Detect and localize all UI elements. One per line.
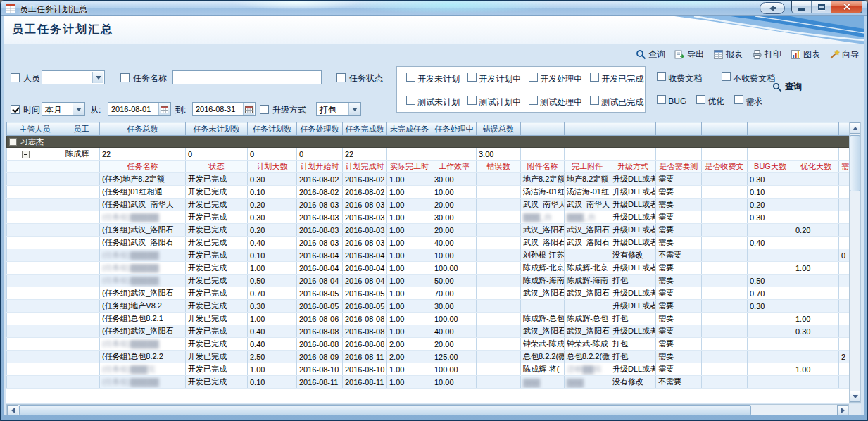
close-button[interactable] xyxy=(831,1,862,13)
cell: 20.00 xyxy=(432,199,477,211)
requirement-checkbox[interactable] xyxy=(734,95,743,104)
toolbar-export-button[interactable]: 导出 xyxy=(674,49,704,61)
cell: 开发已完成 xyxy=(186,287,248,300)
cell xyxy=(702,287,748,300)
cell: 升级DLL或者 xyxy=(610,237,656,249)
cell xyxy=(702,249,748,262)
censored-text: ▓▓▓ xyxy=(523,378,540,387)
toolbar-report-button[interactable]: 报表 xyxy=(713,49,743,61)
toolbar-chart-button[interactable]: 图表 xyxy=(791,49,820,61)
cell: 0.10 xyxy=(248,376,297,389)
date-to-field[interactable]: 2016-08-31 xyxy=(192,102,256,116)
bug-checkbox[interactable] xyxy=(657,95,666,104)
detail-row[interactable]: (任务组)▓▓▓▓▓开发已完成1.002016-08-042016-08-041… xyxy=(7,262,850,275)
close-icon xyxy=(843,3,850,11)
toolbar-wizard-button[interactable]: 向导 xyxy=(829,49,859,61)
minimize-button[interactable] xyxy=(792,1,812,13)
upgrade-dropdown-arrow-icon[interactable] xyxy=(348,103,360,115)
cell: (任务组)总包8.2.1 xyxy=(100,313,186,325)
upgrade-checkbox[interactable] xyxy=(260,105,269,114)
cell: 任务计划数 xyxy=(248,122,297,136)
cb-test-done[interactable] xyxy=(590,96,599,105)
cell: 升级DLL或者 xyxy=(610,199,656,211)
detail-row[interactable]: (任务)地产8.2定额开发已完成0.302016-08-022016-08-02… xyxy=(7,173,850,186)
group-row[interactable]: 习志杰 xyxy=(7,136,850,148)
cell xyxy=(839,122,850,136)
optimize-checkbox[interactable] xyxy=(696,95,705,104)
toolbar-query-button[interactable]: 查询 xyxy=(636,49,665,61)
vertical-scrollbar[interactable] xyxy=(849,122,861,403)
detail-row[interactable]: (任务组)总包8.2.1开发已完成1.002016-08-062016-08-0… xyxy=(7,313,850,325)
scroll-down-button[interactable] xyxy=(850,391,860,402)
collapse-button[interactable] xyxy=(9,138,17,146)
task-name-input[interactable] xyxy=(173,71,321,84)
cell: 100.00 xyxy=(432,262,477,275)
cell: 0.30 xyxy=(793,325,839,338)
detail-row[interactable]: (任务组)▓▓▓▓▓开发已完成0.102016-08-042016-08-041… xyxy=(7,249,850,262)
filter-query-button[interactable]: 查询 xyxy=(772,81,802,93)
arrow-down-icon xyxy=(853,395,858,398)
maximize-button[interactable] xyxy=(812,1,831,13)
detail-row[interactable]: (任务组)▓▓▓▓▓开发已完成0.302016-08-032016-08-031… xyxy=(7,211,850,224)
cell xyxy=(7,300,63,313)
detail-row[interactable]: (任务组)01红相通开发已完成0.102016-08-022016-08-021… xyxy=(7,186,850,199)
person-dropdown[interactable] xyxy=(42,70,105,84)
detail-row[interactable]: (任务组)▓▓▓▓▓开发已完成0.502016-08-042016-08-041… xyxy=(7,275,850,287)
detail-row[interactable]: (任务组)▓▓▓▓▓开发已完成0.102016-08-112016-08-111… xyxy=(7,376,850,389)
detail-row[interactable]: (任务组)地产V8.2开发已完成0.302016-08-052016-08-05… xyxy=(7,300,850,313)
cell: 任务名称 xyxy=(100,161,186,173)
cell: 2016-08-08 xyxy=(297,325,343,338)
time-checkbox[interactable] xyxy=(11,105,20,114)
task-status-checkbox[interactable] xyxy=(336,73,346,82)
detail-row[interactable]: (任务组)总包8.2.2开发已完成2.502016-08-092016-08-1… xyxy=(7,351,850,363)
toolbar-print-button[interactable]: 打印 xyxy=(752,49,781,61)
cell: 武汉_洛阳石 xyxy=(565,224,610,237)
cb-dev-processing[interactable] xyxy=(529,73,538,82)
cb-dev-done[interactable] xyxy=(590,73,599,82)
detail-row[interactable]: (任务组)武汉_洛阳石开发已完成0.402016-08-032016-08-03… xyxy=(7,237,850,249)
cell: 计划开始时 xyxy=(297,161,343,173)
no-fee-doc-checkbox[interactable] xyxy=(722,72,731,81)
task-name-checkbox[interactable] xyxy=(120,73,130,82)
cell: 升级DLL或者 xyxy=(610,224,656,237)
nav-back-button[interactable] xyxy=(760,2,785,14)
cb-dev-planning[interactable] xyxy=(467,73,477,82)
cell xyxy=(63,363,100,376)
fee-doc-checkbox[interactable] xyxy=(657,72,666,81)
cell: 0.40 xyxy=(248,237,297,249)
cell: 0.50 xyxy=(748,275,793,287)
vertical-scroll-thumb[interactable] xyxy=(850,135,860,191)
detail-row[interactable]: (任务组)武汉_洛阳石开发已完成0.202016-08-032016-08-03… xyxy=(7,224,850,237)
detail-row[interactable]: (任务组)武汉_洛阳石开发已完成0.402016-08-082016-08-08… xyxy=(7,325,850,338)
cell xyxy=(63,199,100,211)
date-to-calendar-button[interactable] xyxy=(243,103,254,115)
calendar-icon xyxy=(245,106,253,113)
horizontal-scroll-thumb[interactable] xyxy=(19,405,751,415)
cell xyxy=(477,237,521,249)
scroll-up-button[interactable] xyxy=(850,122,860,134)
upgrade-dropdown[interactable]: 打包 xyxy=(316,102,361,116)
scroll-right-button[interactable] xyxy=(837,405,848,415)
cb-test-processing[interactable] xyxy=(529,96,538,105)
horizontal-scrollbar[interactable] xyxy=(6,404,849,415)
master-row[interactable]: 陈成辉22000223.00 xyxy=(7,148,850,161)
detail-row[interactable]: (任务组)武汉_洛阳石开发已完成0.702016-08-052016-08-05… xyxy=(7,287,850,300)
time-preset-dropdown[interactable]: 本月 xyxy=(42,102,85,116)
detail-header-row[interactable]: 任务名称状态计划天数计划开始时计划完成时实际完工时工作效率错误数附件名称完工附件… xyxy=(7,161,850,173)
cell: 汤洁海-01红 xyxy=(521,186,565,199)
person-dropdown-arrow-icon[interactable] xyxy=(92,72,103,83)
date-from-calendar-button[interactable] xyxy=(158,103,170,115)
detail-row[interactable]: (任务组)▓▓▓▓▓开发已完成0.402016-08-082016-08-082… xyxy=(7,338,850,351)
detail-row[interactable]: (任务组)武汉_南华大开发已完成0.202016-08-032016-08-03… xyxy=(7,199,850,211)
collapse-button[interactable] xyxy=(22,151,30,158)
cb-test-planning[interactable] xyxy=(467,96,477,105)
date-from-field[interactable]: 2016-08-01 xyxy=(108,102,171,116)
person-checkbox[interactable] xyxy=(11,73,20,82)
cb-test-unplanned[interactable] xyxy=(406,96,415,105)
cell: 2016-08-02 xyxy=(343,186,387,199)
scroll-left-button[interactable] xyxy=(7,405,18,415)
time-preset-dropdown-arrow-icon[interactable] xyxy=(73,103,84,115)
detail-row[interactable]: (任务组)▓▓▓完开发已完成1.002016-08-102016-08-101.… xyxy=(7,363,850,376)
cb-dev-unplanned[interactable] xyxy=(406,73,415,82)
cell: 任务未计划数 xyxy=(186,122,248,136)
